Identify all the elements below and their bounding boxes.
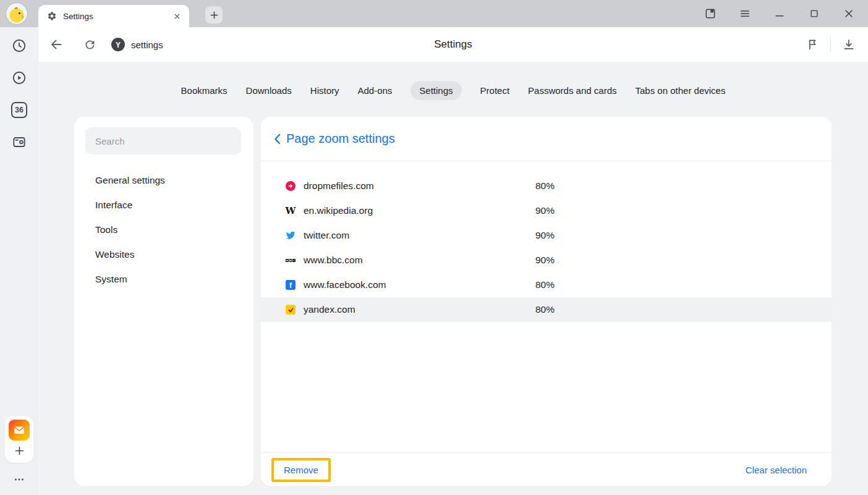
zoom-row-dropmefiles[interactable]: dropmefiles.com 80%	[261, 174, 832, 198]
avatar-image	[6, 3, 27, 24]
page-title: Settings	[434, 38, 472, 51]
zoom-value: 90%	[535, 205, 555, 216]
rail-apps-card	[5, 416, 33, 463]
new-tab-button[interactable]	[205, 6, 223, 23]
plus-icon	[14, 446, 25, 456]
ellipsis-icon	[12, 473, 26, 486]
site-name: twitter.com	[304, 230, 349, 241]
yandex-favicon	[286, 305, 296, 315]
downloads-button[interactable]	[841, 36, 857, 53]
site-name: www.facebook.com	[304, 279, 386, 290]
zoom-row-bbc[interactable]: BBC www.bbc.com 90%	[261, 248, 832, 273]
zoom-value: 80%	[535, 304, 555, 315]
rail-more-button[interactable]	[12, 472, 26, 488]
bookmark-flag-button[interactable]	[804, 36, 820, 53]
sidebar-item-general-settings[interactable]: General settings	[74, 168, 253, 193]
settings-sections-panel: General settings Interface Tools Website…	[74, 117, 253, 486]
download-icon	[842, 38, 856, 51]
sidebar-item-interface[interactable]: Interface	[74, 193, 253, 218]
wikipedia-favicon: W	[286, 206, 296, 216]
site-name: yandex.com	[304, 304, 355, 315]
tabs-button[interactable]: 36	[8, 99, 30, 121]
svg-text:Y: Y	[116, 41, 121, 49]
tab-close-icon[interactable]	[171, 10, 183, 22]
tab-count-badge: 36	[11, 102, 27, 118]
maximize-icon[interactable]	[807, 7, 821, 20]
screenshot-button[interactable]	[8, 131, 30, 153]
panel-title: Page zoom settings	[286, 132, 395, 146]
zoom-value: 90%	[535, 255, 555, 266]
mail-envelope-icon	[12, 423, 26, 437]
clear-selection-link[interactable]: Clear selection	[746, 465, 807, 475]
nav-tab-passwords-and-cards[interactable]: Passwords and cards	[528, 81, 616, 100]
address-chip[interactable]: Y settings	[111, 38, 163, 51]
arrow-left-icon	[49, 37, 64, 52]
zoom-value: 90%	[535, 230, 555, 241]
sidebar-item-system[interactable]: System	[74, 267, 253, 292]
site-name: dropmefiles.com	[304, 180, 374, 192]
yandex-logo-icon: Y	[111, 38, 125, 51]
panel-back-header[interactable]: Page zoom settings	[261, 117, 832, 161]
nav-tab-downloads[interactable]: Downloads	[246, 81, 292, 100]
browser-toolbar: Y settings Settings	[38, 27, 868, 62]
yandex-mail-button[interactable]	[9, 420, 30, 441]
site-name: www.bbc.com	[304, 255, 363, 266]
nav-tab-other-devices[interactable]: Tabs on other devices	[636, 81, 726, 100]
zoom-row-twitter[interactable]: twitter.com 90%	[261, 223, 832, 248]
nav-tab-bookmarks[interactable]: Bookmarks	[181, 81, 228, 100]
chevron-left-icon	[274, 133, 281, 145]
search-input[interactable]	[94, 135, 232, 147]
history-button[interactable]	[8, 35, 30, 57]
reload-button[interactable]	[82, 36, 98, 53]
twitter-favicon	[286, 231, 296, 240]
browser-window: Settings	[0, 0, 868, 495]
dropmefiles-favicon	[286, 181, 296, 191]
sidebar-rail: 36	[0, 27, 38, 495]
facebook-favicon: f	[286, 280, 296, 290]
address-text: settings	[131, 40, 163, 50]
nav-tab-settings[interactable]: Settings	[411, 81, 461, 100]
plus-icon	[210, 11, 219, 20]
gear-icon	[47, 11, 57, 21]
remove-button[interactable]: Remove	[271, 458, 331, 482]
toolbar-divider	[830, 37, 831, 52]
zoom-row-yandex[interactable]: yandex.com 80%	[261, 297, 832, 322]
tab-strip: Settings	[0, 0, 868, 27]
profile-avatar[interactable]	[6, 3, 27, 24]
zoom-row-facebook[interactable]: f www.facebook.com 80%	[261, 273, 832, 297]
window-controls	[704, 0, 856, 27]
sidebar-item-tools[interactable]: Tools	[74, 218, 253, 242]
bookmark-flag-icon	[806, 38, 819, 51]
video-button[interactable]	[8, 67, 30, 89]
settings-content: Bookmarks Downloads History Add-ons Sett…	[38, 62, 868, 495]
close-icon[interactable]	[842, 7, 856, 20]
settings-section-list: General settings Interface Tools Website…	[74, 168, 253, 292]
zoom-panel-footer: Remove Clear selection	[261, 452, 832, 486]
menu-icon[interactable]	[738, 7, 752, 20]
search-box[interactable]	[85, 127, 241, 154]
side-panel-icon[interactable]	[704, 7, 717, 20]
reload-icon	[83, 38, 96, 51]
toolbar-actions	[804, 27, 857, 62]
zoom-site-list: dropmefiles.com 80% W en.wikipedia.org 9…	[261, 161, 832, 452]
tab-title: Settings	[63, 12, 171, 21]
screenshot-icon	[11, 134, 27, 150]
back-button[interactable]	[48, 36, 64, 53]
play-icon	[11, 70, 27, 86]
add-panel-button[interactable]	[9, 441, 30, 460]
browser-tab-settings[interactable]: Settings	[38, 5, 189, 27]
nav-tab-history[interactable]: History	[310, 81, 339, 100]
clock-icon	[11, 38, 27, 54]
minimize-icon[interactable]	[773, 7, 786, 20]
bbc-favicon: BBC	[286, 255, 296, 265]
zoom-value: 80%	[535, 180, 555, 192]
site-name: en.wikipedia.org	[304, 205, 373, 216]
nav-tab-protect[interactable]: Protect	[480, 81, 510, 100]
nav-tab-addons[interactable]: Add-ons	[357, 81, 392, 100]
settings-nav: Bookmarks Downloads History Add-ons Sett…	[38, 81, 868, 100]
page-zoom-panel: Page zoom settings dropmefiles.com 80%	[261, 117, 832, 486]
zoom-value: 80%	[535, 279, 555, 290]
zoom-row-wikipedia[interactable]: W en.wikipedia.org 90%	[261, 198, 832, 223]
sidebar-item-websites[interactable]: Websites	[74, 242, 253, 267]
